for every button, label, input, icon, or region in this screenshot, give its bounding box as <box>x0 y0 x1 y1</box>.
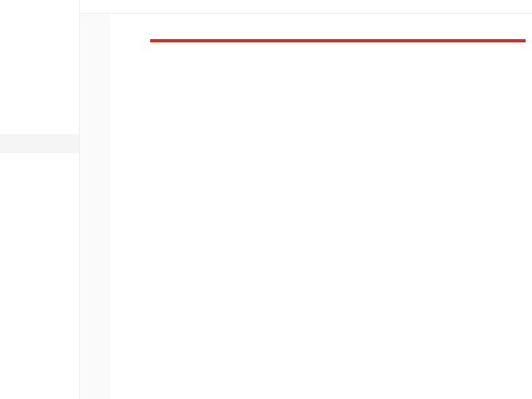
highlight-box <box>150 39 526 42</box>
sidebar-item-security[interactable] <box>0 268 79 287</box>
sidebar-item-traffic[interactable] <box>0 77 79 96</box>
sidebar-item-default[interactable] <box>0 115 79 134</box>
sidebar-item-proxy[interactable] <box>0 211 79 230</box>
sidebar-item-redirect[interactable] <box>0 192 79 211</box>
sidebar-item-php[interactable] <box>0 172 79 192</box>
sidebar-item-rewrite[interactable] <box>0 96 79 115</box>
main-panel: ; ; ; ; ; <box>80 0 532 399</box>
sidebar-item-tamper[interactable] <box>0 249 79 268</box>
sidebar-item-domain[interactable] <box>0 0 79 19</box>
hint-bar <box>80 0 532 14</box>
sidebar-item-access[interactable] <box>0 57 79 77</box>
sidebar-item-ssl[interactable] <box>0 153 79 172</box>
line-gutter <box>80 14 110 399</box>
sidebar-item-sitedir[interactable] <box>0 38 79 57</box>
sidebar-item-config[interactable] <box>0 134 79 153</box>
sidebar-item-hotlink[interactable] <box>0 230 79 249</box>
code-area[interactable]: ; ; ; ; ; <box>110 14 532 399</box>
sidebar <box>0 0 80 399</box>
code-editor[interactable]: ; ; ; ; ; <box>80 14 532 399</box>
sidebar-item-subdir[interactable] <box>0 19 79 38</box>
